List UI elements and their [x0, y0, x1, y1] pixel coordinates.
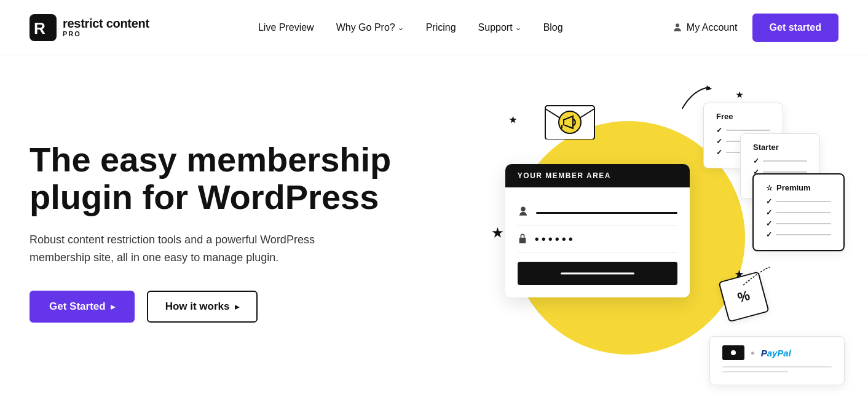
pricing-line-s2	[763, 171, 807, 173]
premium-row-3: ✓	[766, 219, 831, 228]
check-icon-3: ✓	[716, 148, 722, 157]
hero-buttons: Get Started ▸ How it works ▸	[30, 291, 450, 323]
hero-right: ★ ★ ★ ★	[475, 84, 838, 404]
nav-pricing[interactable]: Pricing	[426, 22, 456, 33]
navbar: R restrict content PRO Live Preview Why …	[0, 0, 868, 55]
payment-line-2	[722, 371, 788, 372]
nav-right: My Account Get started	[672, 14, 838, 42]
member-login-button	[518, 262, 677, 285]
credit-card-icon	[722, 345, 744, 360]
nav-get-started-button[interactable]: Get started	[752, 14, 838, 42]
hero-title: The easy membership plugin for WordPress	[30, 141, 423, 216]
check-icon-p3: ✓	[766, 219, 772, 228]
member-area-card: YOUR MEMBER AREA ••••••	[505, 164, 690, 297]
username-field	[518, 200, 677, 226]
logo-svg: R	[30, 14, 57, 41]
starter-row-1: ✓	[753, 157, 807, 165]
envelope-illustration	[542, 96, 598, 139]
pricing-line	[726, 130, 770, 131]
nav-center: Live Preview Why Go Pro? ⌄ Pricing Suppo…	[258, 22, 563, 33]
pricing-line-p3	[776, 223, 831, 224]
member-area-header: YOUR MEMBER AREA	[505, 164, 690, 187]
password-field: ••••••	[518, 226, 677, 253]
premium-row-1: ✓	[766, 197, 831, 206]
star-icon: ☆	[766, 184, 773, 192]
svg-point-5	[559, 111, 581, 133]
pricing-line-p1	[776, 201, 831, 202]
premium-card-title: ☆ Premium	[766, 183, 831, 192]
hero-left: The easy membership plugin for WordPress…	[30, 141, 475, 348]
logo-brand-name: restrict content	[63, 17, 149, 30]
user-icon	[672, 22, 683, 33]
username-line	[536, 212, 677, 214]
percent-icon: %	[736, 288, 752, 306]
payment-line-1	[722, 366, 832, 367]
logo-pro-badge: PRO	[63, 30, 149, 37]
svg-rect-8	[519, 237, 526, 243]
coupon-lines	[737, 264, 774, 288]
check-icon: ✓	[716, 126, 722, 135]
pricing-line-s1	[763, 160, 807, 162]
brand-logo[interactable]: R restrict content PRO	[30, 14, 149, 41]
check-icon-p2: ✓	[766, 208, 772, 217]
paypal-logo: P ayPal	[761, 348, 791, 358]
nav-live-preview[interactable]: Live Preview	[258, 22, 314, 33]
nav-blog[interactable]: Blog	[543, 22, 563, 33]
check-icon-p1: ✓	[766, 197, 772, 206]
check-icon-2: ✓	[716, 137, 722, 146]
my-account-link[interactable]: My Account	[672, 22, 738, 33]
payment-card: ● P ayPal	[709, 336, 845, 385]
pricing-line-p4	[776, 234, 831, 235]
arrow-right-icon-2: ▸	[235, 302, 239, 312]
hero-how-it-works-button[interactable]: How it works ▸	[147, 291, 258, 323]
hero-subtitle: Robust content restriction tools and a p…	[30, 231, 349, 267]
check-icon-s1: ✓	[753, 157, 759, 165]
arrow-right-icon: ▸	[111, 302, 115, 312]
svg-text:R: R	[34, 19, 45, 37]
password-dots: ••••••	[535, 232, 575, 246]
payment-separator: ●	[751, 349, 755, 356]
logo-text: restrict content PRO	[63, 17, 149, 37]
chevron-down-icon: ⌄	[398, 23, 404, 32]
card-dot	[731, 350, 736, 355]
member-card-body: ••••••	[505, 187, 690, 297]
svg-point-7	[521, 207, 526, 212]
nav-why-go-pro[interactable]: Why Go Pro? ⌄	[336, 22, 404, 33]
pricing-card-premium: ☆ Premium ✓ ✓ ✓ ✓	[752, 173, 845, 251]
free-card-title: Free	[716, 112, 770, 121]
check-icon-p4: ✓	[766, 230, 772, 239]
premium-row-2: ✓	[766, 208, 831, 217]
svg-point-2	[676, 23, 679, 27]
star-decoration-3: ★	[736, 90, 743, 100]
paypal-rest: ayPal	[767, 348, 791, 358]
paypal-p: P	[761, 348, 767, 358]
payment-icons: ● P ayPal	[722, 345, 832, 360]
nav-support[interactable]: Support ⌄	[478, 22, 521, 33]
star-decoration-1: ★	[492, 226, 503, 240]
user-field-icon	[518, 206, 529, 219]
starter-card-title: Starter	[753, 143, 807, 152]
button-line	[561, 273, 634, 275]
hero-get-started-button[interactable]: Get Started ▸	[30, 291, 135, 323]
star-decoration-2: ★	[509, 115, 517, 125]
hero-illustration: ★ ★ ★ ★	[475, 84, 838, 404]
premium-row-4: ✓	[766, 230, 831, 239]
hero-section: The easy membership plugin for WordPress…	[0, 55, 868, 408]
lock-icon	[518, 233, 527, 246]
coupon-tag: %	[723, 276, 765, 318]
chevron-down-icon-support: ⌄	[515, 23, 521, 32]
pricing-line-p2	[776, 212, 831, 213]
